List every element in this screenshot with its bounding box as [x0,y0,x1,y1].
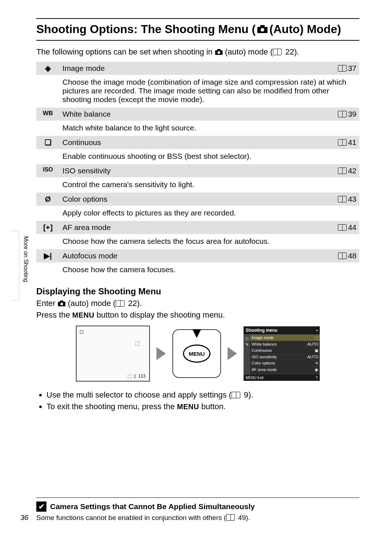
option-label: Autofocus mode [60,249,317,262]
quality-icon: ⬚ [127,374,131,379]
section-side-label: More on Shooting [23,236,29,282]
option-icon: ◈ [36,62,60,75]
note-body: Some functions cannot be enabled in conj… [36,514,359,522]
table-row: Match white balance to the light source. [36,121,359,136]
list-item: To exit the shooting menu, press the MEN… [46,402,359,411]
table-row: Apply color effects to pictures as they … [36,206,359,221]
mode-icon: ⬚ [135,340,140,346]
option-page-ref: 43 [317,193,359,206]
table-row: [+] AF area mode 44 [36,221,359,234]
book-icon [116,300,124,307]
book-icon [338,168,347,174]
option-page-ref: 41 [317,136,359,149]
option-desc: Apply color effects to pictures as they … [60,206,359,221]
book-icon [338,253,347,259]
table-row: Choose how the camera selects the focus … [36,234,359,249]
option-desc: Control the camera's sensitivity to ligh… [60,177,359,193]
table-row: Enable continuous shooting or BSS (best … [36,149,359,164]
option-page-ref: 39 [317,108,359,121]
note-box: ✔ Camera Settings that Cannot Be Applied… [36,497,359,522]
body-line-2: Press the MENU button to display the sho… [36,310,359,320]
menu-sidebar: ◻✎ [244,335,250,375]
diagram: ◻ ⬚ ⬚ ▯ 113 MENU Shooting menu▪ ◻✎ Image… [36,326,359,382]
option-page-ref: 37 [317,62,359,75]
svg-rect-7 [60,301,63,302]
book-icon [338,224,347,231]
book-icon [338,111,347,117]
menu-corner-icon: ▪ [316,328,318,333]
table-row: Ø Color options 43 [36,193,359,206]
book-icon [226,514,235,521]
arrow-right-icon [156,347,166,360]
option-label: Continuous [60,136,317,149]
menu-list: Image mode⬚ White balanceAUTO Continuous… [250,335,320,375]
option-icon: [+] [36,221,60,234]
option-desc: Enable continuous shooting or BSS (best … [60,149,359,164]
bullet-list: Use the multi selector to choose and app… [36,390,359,411]
list-item: White balanceAUTO [250,341,320,347]
arrow-right-icon [228,347,237,360]
option-label: ISO sensitivity [60,164,317,177]
memory-icon: ▯ [134,374,136,379]
table-row: ◈ Image mode 37 [36,62,359,75]
table-row: Choose the image mode (combination of im… [36,75,359,108]
option-page-ref: 42 [317,164,359,177]
svg-rect-1 [260,25,265,27]
list-item: ISO sensitivityAUTO [250,354,320,360]
book-icon [338,139,347,146]
svg-point-2 [261,28,264,32]
table-row: Control the camera's sensitivity to ligh… [36,177,359,193]
option-icon: WB [36,108,60,121]
side-tab [11,231,19,301]
option-page-ref: 48 [317,249,359,262]
option-desc: Choose the image mode (combination of im… [60,75,359,108]
option-desc: Choose how the camera focuses. [60,262,359,278]
svg-rect-4 [217,49,220,51]
help-icon: ? [315,376,318,380]
check-icon: ✔ [36,501,46,512]
option-label: White balance [60,108,317,121]
table-row: WB White balance 39 [36,108,359,121]
menu-button: MENU [183,344,211,363]
option-desc: Match white balance to the light source. [60,121,359,136]
menu-label: MENU [177,403,199,411]
option-label: Color options [60,193,317,206]
arrow-down-icon [192,329,201,338]
svg-point-5 [217,51,220,54]
option-icon: ❏ [36,136,60,149]
option-label: AF area mode [60,221,317,234]
intro-text: The following options can be set when sh… [36,47,359,57]
table-row: ▶| Autofocus mode 48 [36,249,359,262]
page-number: 36 [20,513,28,522]
option-icon: ▶| [36,249,60,262]
camera-screen-before: ◻ ⬚ ⬚ ▯ 113 [76,326,150,382]
body-line-1: Enter (auto) mode ( 22). [36,299,359,308]
table-row: Choose how the camera focuses. [36,262,359,278]
option-icon: Ø [36,193,60,206]
note-heading: Camera Settings that Cannot Be Applied S… [50,502,255,511]
option-desc: Choose how the camera selects the focus … [60,234,359,249]
table-row: ❏ Continuous 41 [36,136,359,149]
list-item: AF area mode◉ [250,367,320,373]
camera-icon [58,300,66,307]
book-icon [338,65,347,72]
list-item: Image mode⬚ [250,335,320,341]
menu-label: MENU [72,311,94,319]
section-heading: Displaying the Shooting Menu [36,286,359,297]
book-icon [338,196,347,202]
shots-remaining: 113 [138,374,146,379]
book-icon [232,392,240,398]
table-row: ISO ISO sensitivity 42 [36,164,359,177]
camera-screen-menu: Shooting menu▪ ◻✎ Image mode⬚ White bala… [244,326,320,381]
list-item: Use the multi selector to choose and app… [46,390,359,400]
menu-button-illustration: MENU [172,329,221,378]
page-title: Shooting Options: The Shooting Menu ( (A… [36,22,359,36]
svg-point-8 [60,303,63,305]
camera-icon: ◻ [79,329,84,334]
options-table: ◈ Image mode 37 Choose the image mode (c… [36,62,359,278]
menu-footer-left: MENU Exit [246,376,264,380]
camera-icon [215,49,223,55]
option-page-ref: 44 [317,221,359,234]
title-post: (Auto) Mode) [269,22,341,36]
book-icon [273,49,282,55]
